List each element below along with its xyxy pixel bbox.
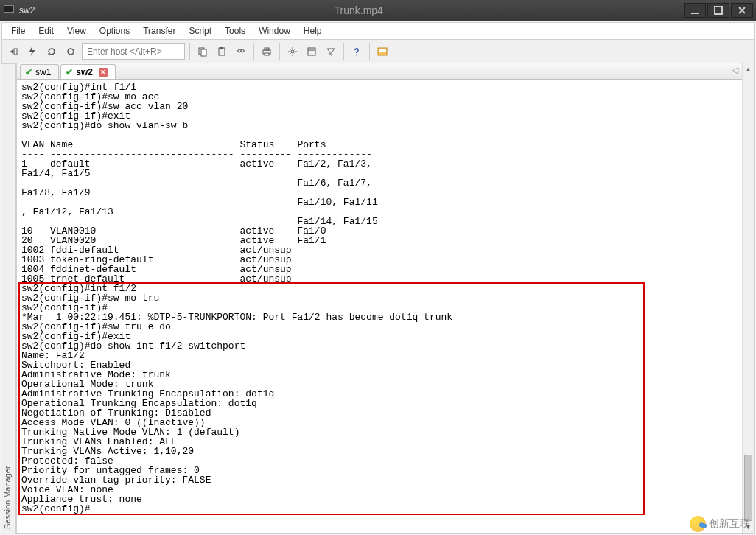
copy-icon[interactable] bbox=[195, 43, 211, 60]
svg-rect-6 bbox=[201, 49, 206, 56]
vertical-scrollbar[interactable]: ▲ ▼ bbox=[742, 63, 754, 533]
menu-options[interactable]: Options bbox=[94, 24, 136, 38]
svg-point-16 bbox=[356, 54, 357, 55]
session-options-icon[interactable] bbox=[304, 43, 320, 60]
svg-rect-3 bbox=[715, 7, 722, 14]
find-icon[interactable] bbox=[233, 43, 249, 60]
minimize-button[interactable] bbox=[684, 3, 706, 18]
toolbar-separator bbox=[253, 43, 254, 60]
check-icon: ✔ bbox=[25, 67, 32, 77]
toolbar-separator bbox=[279, 43, 280, 60]
print-icon[interactable] bbox=[259, 43, 275, 60]
tab-label: sw1 bbox=[35, 67, 51, 77]
session-tabbar: ✔ sw1 ✔ sw2 ✕ ◁ ▷ bbox=[17, 63, 754, 80]
svg-rect-8 bbox=[220, 47, 223, 49]
menu-help[interactable]: Help bbox=[298, 24, 328, 38]
maximize-button[interactable] bbox=[707, 3, 729, 18]
filter-icon[interactable] bbox=[323, 43, 339, 60]
svg-point-9 bbox=[238, 49, 241, 52]
help-icon[interactable] bbox=[349, 43, 365, 60]
terminal-output[interactable]: sw2(config)#int f1/1 sw2(config-if)#sw m… bbox=[17, 80, 754, 533]
app-icon-small[interactable] bbox=[374, 43, 391, 60]
watermark-text: 创新互联 bbox=[709, 517, 750, 531]
menu-edit[interactable]: Edit bbox=[32, 24, 60, 38]
quick-connect-icon[interactable] bbox=[24, 43, 41, 60]
window-secondary-title: Trunk.mp4 bbox=[334, 4, 382, 16]
svg-point-10 bbox=[241, 49, 244, 52]
reconnect-icon[interactable] bbox=[43, 43, 60, 60]
tab-label: sw2 bbox=[76, 67, 93, 77]
svg-rect-12 bbox=[265, 48, 269, 50]
toolbar-separator bbox=[189, 43, 190, 60]
svg-rect-2 bbox=[691, 13, 699, 14]
close-tab-icon[interactable]: ✕ bbox=[99, 68, 108, 77]
menu-transfer[interactable]: Transfer bbox=[137, 24, 181, 38]
menu-window[interactable]: Window bbox=[253, 24, 296, 38]
svg-rect-15 bbox=[308, 48, 315, 55]
menu-script[interactable]: Script bbox=[183, 24, 217, 38]
tab-sw1[interactable]: ✔ sw1 bbox=[20, 64, 59, 79]
session-manager-tab[interactable]: Session Manager bbox=[1, 63, 16, 534]
check-icon: ✔ bbox=[66, 67, 73, 77]
svg-rect-4 bbox=[14, 49, 17, 55]
app-icon bbox=[3, 4, 15, 18]
settings-icon[interactable] bbox=[284, 43, 301, 60]
window-title: sw2 bbox=[19, 5, 35, 15]
svg-point-14 bbox=[291, 50, 294, 53]
menu-view[interactable]: View bbox=[61, 24, 92, 38]
svg-rect-7 bbox=[219, 48, 225, 55]
disconnect-icon[interactable] bbox=[63, 43, 79, 60]
close-button[interactable] bbox=[731, 3, 753, 18]
prev-tab-icon[interactable]: ◁ bbox=[732, 65, 738, 75]
menubar: File Edit View Options Transfer Script T… bbox=[1, 22, 755, 40]
svg-rect-1 bbox=[4, 6, 13, 12]
paste-icon[interactable] bbox=[214, 43, 230, 60]
toolbar bbox=[1, 40, 755, 63]
watermark-logo-icon bbox=[690, 516, 706, 532]
watermark: 创新互联 bbox=[690, 516, 750, 532]
scroll-up-icon[interactable]: ▲ bbox=[743, 63, 754, 75]
svg-rect-13 bbox=[265, 53, 269, 55]
toolbar-separator bbox=[343, 43, 344, 60]
svg-rect-18 bbox=[379, 49, 386, 52]
scroll-thumb[interactable] bbox=[744, 455, 752, 521]
connect-icon[interactable] bbox=[5, 43, 21, 60]
toolbar-separator bbox=[369, 43, 370, 60]
menu-file[interactable]: File bbox=[5, 24, 31, 38]
menu-tools[interactable]: Tools bbox=[219, 24, 251, 38]
host-input[interactable] bbox=[82, 43, 185, 60]
tab-sw2[interactable]: ✔ sw2 ✕ bbox=[60, 64, 116, 79]
window-titlebar: sw2 Trunk.mp4 bbox=[0, 0, 756, 21]
